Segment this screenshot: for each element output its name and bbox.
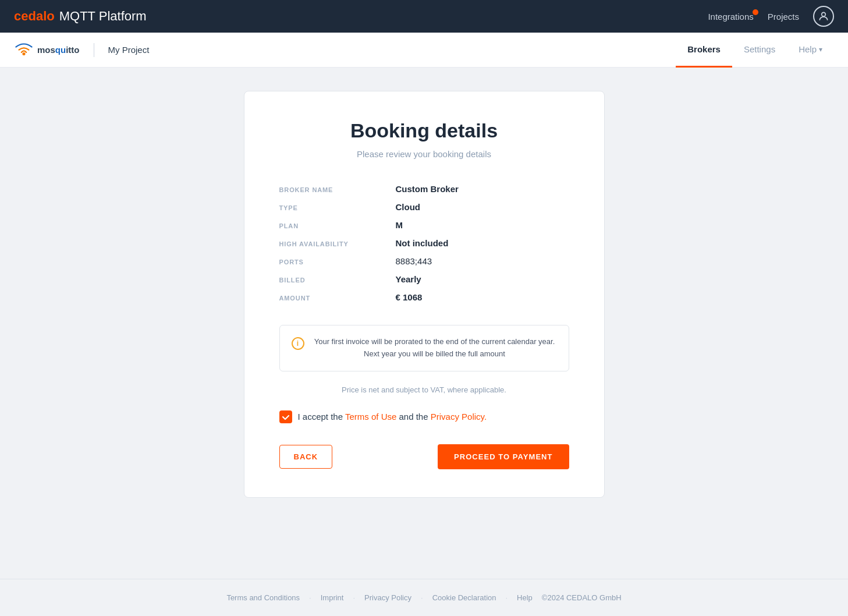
mosquitto-text: mosquitto: [37, 45, 80, 55]
main-content: Booking details Please review your booki…: [0, 68, 848, 579]
detail-label-amount: AMOUNT: [279, 295, 396, 302]
accept-text: I accept the Terms of Use and the Privac…: [298, 412, 487, 422]
tab-brokers[interactable]: Brokers: [676, 33, 732, 68]
vat-note: Price is net and subject to VAT, where a…: [279, 385, 569, 394]
tab-settings[interactable]: Settings: [732, 33, 787, 68]
projects-link[interactable]: Projects: [768, 12, 799, 22]
info-box-text: Your first invoice will be prorated to t…: [313, 336, 557, 360]
detail-row-plan: PLAN M: [279, 216, 569, 234]
svg-point-1: [22, 52, 25, 55]
info-icon: i: [292, 337, 304, 350]
sub-nav-left: mosquitto My Project: [14, 42, 149, 58]
detail-value-type: Cloud: [396, 202, 421, 212]
top-navigation: cedalo MQTT Platform Integrations Projec…: [0, 0, 848, 33]
back-button[interactable]: BACK: [279, 445, 333, 469]
svg-point-0: [822, 12, 826, 16]
detail-label-type: TYPE: [279, 204, 396, 211]
detail-row-ha: HIGH AVAILABILITY Not included: [279, 234, 569, 252]
footer-terms-link[interactable]: Terms and Conditions: [226, 593, 300, 602]
detail-row-billed: BILLED Yearly: [279, 270, 569, 288]
detail-row-amount: AMOUNT € 1068: [279, 288, 569, 306]
sub-nav-tabs: Brokers Settings Help ▾: [676, 33, 834, 67]
booking-card: Booking details Please review your booki…: [244, 91, 605, 498]
integrations-link[interactable]: Integrations: [708, 12, 753, 22]
accept-terms-row: I accept the Terms of Use and the Privac…: [279, 410, 569, 423]
detail-label-plan: PLAN: [279, 222, 396, 229]
brand-cedalo: cedalo: [14, 9, 55, 24]
wifi-icon: [14, 42, 34, 58]
proration-info-box: i Your first invoice will be prorated to…: [279, 325, 569, 371]
footer-help-link[interactable]: Help: [517, 593, 533, 602]
top-nav-right: Integrations Projects: [708, 6, 834, 27]
chevron-down-icon: ▾: [819, 45, 822, 54]
sub-navigation: mosquitto My Project Brokers Settings He…: [0, 33, 848, 68]
detail-row-type: TYPE Cloud: [279, 198, 569, 216]
nav-divider: [94, 43, 94, 57]
detail-label-broker-name: BROKER NAME: [279, 186, 396, 193]
proceed-to-payment-button[interactable]: PROCEED TO PAYMENT: [438, 444, 569, 469]
footer-privacy-link[interactable]: Privacy Policy: [364, 593, 411, 602]
page-footer: Terms and Conditions · Imprint · Privacy…: [0, 579, 848, 616]
detail-value-ha: Not included: [396, 238, 449, 248]
footer-copyright: ©2024 CEDALO GmbH: [542, 593, 622, 602]
detail-label-billed: BILLED: [279, 277, 396, 284]
detail-value-billed: Yearly: [396, 274, 421, 284]
booking-subtitle: Please review your booking details: [279, 149, 569, 159]
detail-label-ports: PORTS: [279, 259, 396, 265]
notification-dot: [753, 9, 758, 15]
detail-row-ports: PORTS 8883;443: [279, 252, 569, 270]
privacy-policy-link[interactable]: Privacy Policy.: [431, 412, 487, 422]
detail-value-plan: M: [396, 220, 403, 230]
footer-imprint-link[interactable]: Imprint: [321, 593, 344, 602]
booking-details-table: BROKER NAME Custom Broker TYPE Cloud PLA…: [279, 180, 569, 306]
footer-cookie-link[interactable]: Cookie Declaration: [432, 593, 496, 602]
accept-checkbox[interactable]: [279, 410, 292, 423]
detail-value-broker-name: Custom Broker: [396, 184, 459, 194]
project-name: My Project: [108, 45, 150, 55]
brand-platform: MQTT Platform: [59, 9, 147, 24]
terms-of-use-link[interactable]: Terms of Use: [345, 412, 396, 422]
detail-value-amount: € 1068: [396, 292, 423, 302]
mosquitto-logo: mosquitto: [14, 42, 80, 58]
detail-label-ha: HIGH AVAILABILITY: [279, 240, 396, 247]
user-avatar[interactable]: [813, 6, 834, 27]
detail-row-broker-name: BROKER NAME Custom Broker: [279, 180, 569, 198]
brand-area: cedalo MQTT Platform: [14, 9, 147, 24]
action-buttons-row: BACK PROCEED TO PAYMENT: [279, 444, 569, 469]
booking-title: Booking details: [279, 119, 569, 142]
tab-help[interactable]: Help ▾: [787, 33, 834, 68]
detail-value-ports: 8883;443: [396, 256, 432, 266]
